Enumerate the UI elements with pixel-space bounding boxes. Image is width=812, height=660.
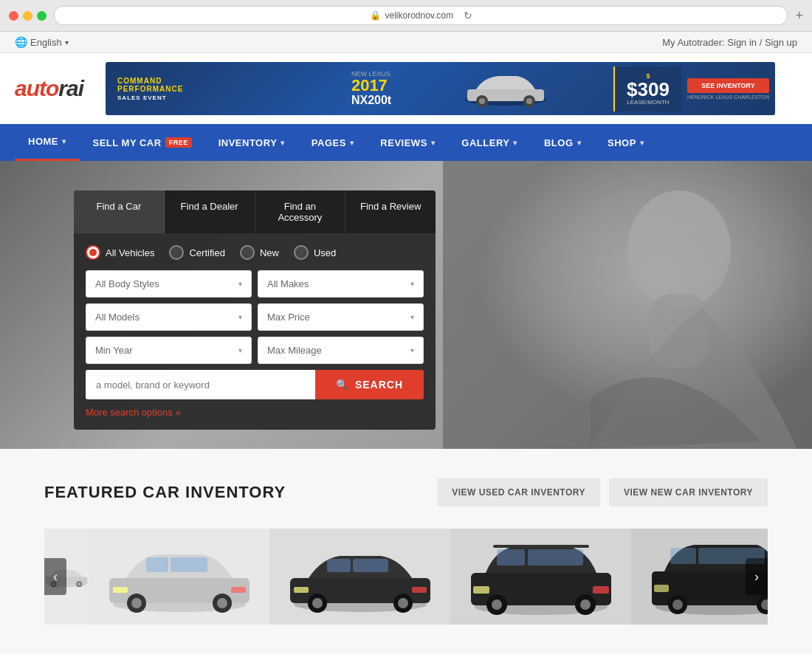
chevron-down-icon: ▾ xyxy=(577,139,582,147)
tab-find-car[interactable]: Find a Car xyxy=(74,190,165,233)
radio-all-vehicles[interactable]: All Vehicles xyxy=(86,245,154,260)
site-header: autorai COMMANDPERFORMANCESALES EVENT NE… xyxy=(0,53,812,124)
car-icon xyxy=(106,540,253,613)
language-label: English xyxy=(30,37,62,48)
body-style-dropdown[interactable]: All Body Styles ▾ xyxy=(86,270,252,298)
maximize-dot[interactable] xyxy=(37,11,47,21)
tab-find-accessory[interactable]: Find an Accessory xyxy=(255,190,346,233)
view-new-inventory-button[interactable]: VIEW NEW CAR INVENTORY xyxy=(609,478,768,506)
svg-rect-24 xyxy=(231,587,246,593)
lock-icon: 🔒 xyxy=(370,10,381,21)
svg-point-30 xyxy=(312,598,323,608)
nav-label-inventory: INVENTORY xyxy=(219,137,278,148)
close-dot[interactable] xyxy=(9,11,18,21)
car-silhouette-icon xyxy=(461,69,550,109)
free-badge: FREE xyxy=(165,137,192,148)
logo-rai: rai xyxy=(58,76,83,100)
chevron-down-icon: ▾ xyxy=(431,139,436,147)
models-dropdown[interactable]: All Models ▾ xyxy=(86,303,252,331)
dropdowns-grid: All Body Styles ▾ All Makes ▾ All Models… xyxy=(86,270,424,364)
chevron-down-icon: ▾ xyxy=(410,313,414,321)
svg-point-40 xyxy=(492,599,502,610)
car-icon xyxy=(467,536,615,617)
tab-find-dealer[interactable]: Find a Dealer xyxy=(165,190,255,233)
nav-link-sell[interactable]: SELL MY CAR FREE xyxy=(80,126,205,160)
ad-left: COMMANDPERFORMANCESALES EVENT xyxy=(106,71,345,107)
svg-rect-17 xyxy=(146,557,168,572)
svg-point-32 xyxy=(398,598,408,608)
nav-label-home: HOME xyxy=(28,136,58,147)
svg-point-7 xyxy=(627,190,731,309)
max-price-dropdown[interactable]: Max Price ▾ xyxy=(258,303,424,331)
radio-certified[interactable]: Certified xyxy=(169,245,224,260)
vehicle-type-radio-group: All Vehicles Certified New Used xyxy=(86,245,424,260)
more-search-options[interactable]: More search options » xyxy=(86,407,424,418)
nav-link-pages[interactable]: PAGES ▾ xyxy=(298,126,368,160)
nav-link-gallery[interactable]: GALLERY ▾ xyxy=(448,126,531,160)
nav-link-reviews[interactable]: REVIEWS ▾ xyxy=(367,126,448,160)
nav-link-shop[interactable]: SHOP ▾ xyxy=(594,126,657,160)
language-selector[interactable]: 🌐 English ▾ xyxy=(15,36,69,48)
ad-dealer-info: HENDRICK LEXUS CHARLESTON xyxy=(687,94,769,100)
browser-chrome: 🔒 velikorodnov.com ↻ + xyxy=(0,0,812,32)
radio-used[interactable]: Used xyxy=(294,245,336,260)
ad-year-model: NEW LEXUS 2017 NX200t xyxy=(345,67,397,110)
nav-item-inventory[interactable]: INVENTORY ▾ xyxy=(205,126,298,160)
tab-find-review[interactable]: Find a Review xyxy=(345,190,436,233)
refresh-button[interactable]: ↻ xyxy=(464,10,472,21)
ad-cta-button[interactable]: SEE INVENTORY xyxy=(687,78,769,93)
nav-label-sell: SELL MY CAR xyxy=(93,137,162,148)
site-logo[interactable]: autorai xyxy=(15,76,83,101)
svg-rect-28 xyxy=(353,559,388,572)
chevron-down-icon: ▾ xyxy=(62,137,66,145)
min-year-dropdown[interactable]: Min Year ▾ xyxy=(86,337,252,364)
nav-link-home[interactable]: HOME ▾ xyxy=(15,124,80,161)
keyword-input[interactable] xyxy=(86,370,315,399)
car-card[interactable] xyxy=(450,529,631,625)
url-bar[interactable]: 🔒 velikorodnov.com ↻ xyxy=(54,6,788,25)
search-input-row: 🔍 SEARCH xyxy=(86,370,424,399)
search-icon: 🔍 xyxy=(336,379,349,391)
chevron-down-icon: ▾ xyxy=(238,346,242,354)
browser-dots xyxy=(9,11,47,21)
hero-image xyxy=(443,161,812,449)
chevron-down-icon: ▾ xyxy=(65,38,69,47)
new-tab-button[interactable]: + xyxy=(795,8,803,24)
car-card[interactable] xyxy=(89,529,269,625)
hero-section: Find a Car Find a Dealer Find an Accesso… xyxy=(0,161,812,449)
search-button[interactable]: 🔍 SEARCH xyxy=(315,370,424,399)
nav-item-gallery[interactable]: GALLERY ▾ xyxy=(448,126,531,160)
max-mileage-dropdown[interactable]: Max Mileage ▾ xyxy=(258,337,424,364)
makes-dropdown[interactable]: All Makes ▾ xyxy=(258,270,424,298)
svg-rect-18 xyxy=(171,557,207,572)
inventory-buttons: VIEW USED CAR INVENTORY VIEW NEW CAR INV… xyxy=(437,478,768,506)
nav-item-reviews[interactable]: REVIEWS ▾ xyxy=(367,126,448,160)
ad-banner[interactable]: COMMANDPERFORMANCESALES EVENT NEW LEXUS … xyxy=(106,62,775,115)
globe-icon: 🌐 xyxy=(15,36,27,48)
nav-link-inventory[interactable]: INVENTORY ▾ xyxy=(205,126,298,160)
nav-link-blog[interactable]: BLOG ▾ xyxy=(531,126,594,160)
carousel-prev-button[interactable]: ‹ xyxy=(44,558,66,595)
nav-item-shop[interactable]: SHOP ▾ xyxy=(594,126,657,160)
chevron-down-icon: ▾ xyxy=(410,346,414,354)
nav-label-shop: SHOP xyxy=(608,137,636,148)
view-used-inventory-button[interactable]: VIEW USED CAR INVENTORY xyxy=(437,478,600,506)
svg-rect-27 xyxy=(327,559,351,572)
svg-rect-54 xyxy=(654,585,669,592)
nav-item-pages[interactable]: PAGES ▾ xyxy=(298,126,368,160)
auth-link[interactable]: My Autotrader: Sign in / Sign up xyxy=(662,37,797,48)
nav-item-blog[interactable]: BLOG ▾ xyxy=(531,126,594,160)
svg-point-42 xyxy=(580,599,591,610)
nav-item-sell[interactable]: SELL MY CAR FREE xyxy=(80,126,205,160)
search-panel: Find a Car Find a Dealer Find an Accesso… xyxy=(74,190,436,430)
car-card[interactable] xyxy=(269,529,450,625)
car-cards-list xyxy=(44,529,768,625)
ad-cta-area: SEE INVENTORY HENDRICK LEXUS CHARLESTON xyxy=(681,78,775,100)
svg-rect-33 xyxy=(294,587,309,593)
carousel-next-button[interactable]: › xyxy=(746,558,768,595)
hero-person-svg xyxy=(443,161,812,449)
nav-item-home[interactable]: HOME ▾ xyxy=(15,124,80,161)
minimize-dot[interactable] xyxy=(23,11,32,21)
ad-car-visual xyxy=(397,69,613,109)
radio-new[interactable]: New xyxy=(240,245,279,260)
